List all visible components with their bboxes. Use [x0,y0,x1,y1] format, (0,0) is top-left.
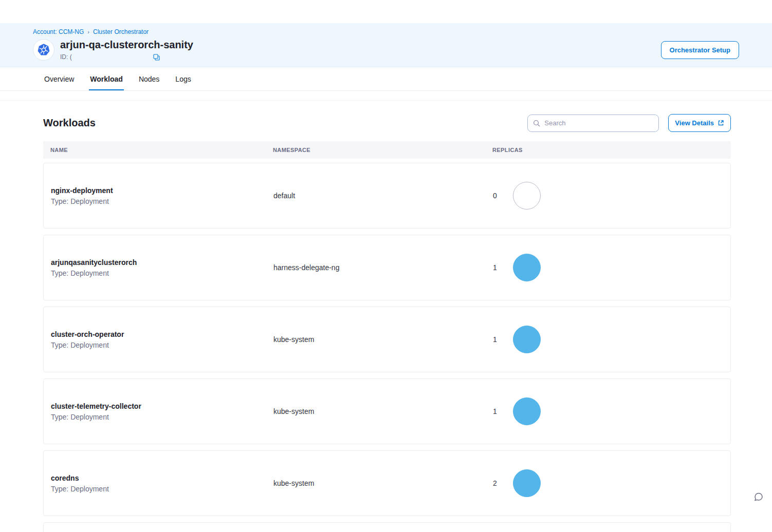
replica-count: 1 [493,407,497,415]
table-row-partial[interactable] [43,522,731,532]
title-row: arjun-qa-clusterorch-sanity ID: ( Orches… [33,39,739,61]
workload-name: nginx-deployment [51,186,266,195]
table-row[interactable]: cluster-orch-operator Type: Deployment k… [43,307,731,372]
table-row[interactable]: nginx-deployment Type: Deployment defaul… [43,163,731,229]
cluster-id-row: ID: ( [60,53,193,61]
view-details-label: View Details [675,119,714,127]
tab-overview[interactable]: Overview [43,67,75,90]
table-row[interactable]: arjunqasanityclusterorch Type: Deploymen… [43,235,731,300]
workload-type: Type: Deployment [51,485,266,493]
title-block: arjun-qa-clusterorch-sanity ID: ( [60,39,193,61]
search-box[interactable] [527,115,659,132]
copy-icon[interactable] [153,54,160,61]
workload-replicas-cell: 1 [486,254,730,281]
page-title: arjun-qa-clusterorch-sanity [60,39,193,51]
tab-bar: Overview Workload Nodes Logs [0,67,772,91]
table-header: NAME NAMESPACE REPLICAS [43,141,731,159]
replica-status-circle [513,326,541,353]
workload-namespace: kube-system [266,335,486,344]
tab-logs[interactable]: Logs [174,67,192,90]
workloads-title: Workloads [43,117,527,129]
workload-name: cluster-telemetry-collector [51,402,266,410]
tab-workload[interactable]: Workload [89,67,124,90]
tab-nodes[interactable]: Nodes [138,67,160,90]
help-chat-icon[interactable] [753,492,764,504]
workloads-table-body: nginx-deployment Type: Deployment defaul… [43,163,731,516]
table-row[interactable]: coredns Type: Deployment kube-system 2 [43,450,731,516]
replica-status-circle [513,182,541,210]
workload-name-cell: arjunqasanityclusterorch Type: Deploymen… [44,258,266,277]
view-details-button[interactable]: View Details [668,114,731,132]
replica-count: 1 [493,263,497,272]
workload-replicas-cell: 2 [486,469,730,497]
replica-count: 1 [493,335,497,344]
column-header-replicas: REPLICAS [485,147,731,153]
workload-name-cell: cluster-telemetry-collector Type: Deploy… [44,402,266,421]
workload-namespace: default [266,192,486,200]
workload-namespace: harness-delegate-ng [266,263,486,272]
workload-type: Type: Deployment [51,341,266,349]
replica-count: 0 [493,192,497,200]
workload-namespace: kube-system [266,479,486,487]
workload-replicas-cell: 1 [486,397,730,425]
external-link-icon [718,120,724,126]
workload-name: cluster-orch-operator [51,330,266,338]
replica-count: 2 [493,479,497,487]
replica-status-circle [513,397,541,425]
replica-status-circle [513,469,541,497]
workload-name-cell: nginx-deployment Type: Deployment [44,186,266,205]
cluster-id-redacted [75,54,151,60]
column-header-namespace: NAMESPACE [266,147,485,153]
workload-type: Type: Deployment [51,197,266,205]
workload-type: Type: Deployment [51,269,266,277]
workload-name-cell: cluster-orch-operator Type: Deployment [44,330,266,349]
page-divider [0,100,772,101]
workloads-section: Workloads View Details NAME NAMES [0,114,772,532]
workload-type: Type: Deployment [51,413,266,421]
workload-name-cell: coredns Type: Deployment [44,474,266,493]
workload-name: arjunqasanityclusterorch [51,258,266,267]
workload-name: coredns [51,474,266,482]
replica-status-circle [513,254,541,281]
cluster-id-label: ID: ( [60,53,72,61]
orchestrator-setup-button[interactable]: Orchestrator Setup [661,41,739,59]
workloads-header: Workloads View Details [43,114,731,132]
search-icon [533,120,540,127]
column-header-name: NAME [43,147,266,153]
workload-replicas-cell: 0 [486,182,730,210]
workload-replicas-cell: 1 [486,326,730,353]
page-header: Account: CCM-NG › Cluster Orchestrator a… [0,23,772,67]
breadcrumb-account[interactable]: Account: CCM-NG [33,28,84,35]
breadcrumb-separator-icon: › [87,29,89,35]
table-row[interactable]: cluster-telemetry-collector Type: Deploy… [43,378,731,444]
kubernetes-icon [33,39,54,61]
workload-namespace: kube-system [266,407,486,415]
breadcrumb: Account: CCM-NG › Cluster Orchestrator [33,28,739,35]
breadcrumb-cluster-orchestrator[interactable]: Cluster Orchestrator [93,28,149,35]
search-input[interactable] [544,119,653,127]
